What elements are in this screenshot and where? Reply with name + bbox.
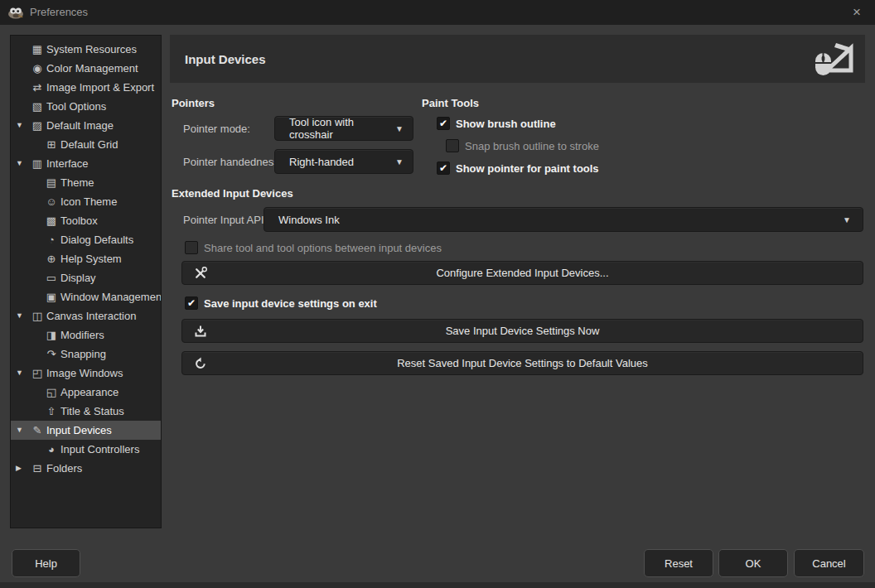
pointer-mode-dropdown[interactable]: Tool icon with crosshair ▼ bbox=[274, 116, 413, 141]
expander-down-icon[interactable]: ▼ bbox=[16, 154, 30, 173]
sidebar-item-label: Modifiers bbox=[59, 325, 104, 345]
sidebar-item-snapping[interactable]: ↷Snapping bbox=[11, 345, 161, 364]
reset-saved-input-device-settings-button[interactable]: Reset Saved Input Device Settings to Def… bbox=[181, 351, 863, 375]
sidebar-item-label: Title & Status bbox=[59, 402, 124, 421]
tool-options-icon: ▧ bbox=[30, 97, 45, 116]
sidebar-item-modifiers[interactable]: ◨Modifiers bbox=[11, 325, 161, 345]
window-bottom-edge bbox=[0, 582, 875, 588]
expander-right-icon[interactable]: ▶ bbox=[16, 459, 30, 478]
image-import-export-icon: ⇄ bbox=[30, 78, 45, 97]
ok-button[interactable]: OK bbox=[718, 549, 788, 577]
tools-icon bbox=[194, 267, 207, 280]
button-label: Save Input Device Settings Now bbox=[446, 325, 600, 337]
icon-theme-icon: ☺ bbox=[44, 192, 59, 211]
sidebar-item-display[interactable]: ▭Display bbox=[11, 268, 161, 287]
checkbox-icon[interactable]: ✔ bbox=[437, 117, 450, 130]
gimp-wilber-icon bbox=[7, 6, 24, 19]
color-management-icon: ◉ bbox=[30, 59, 45, 78]
input-devices-icon bbox=[814, 42, 853, 77]
sidebar-item-label: Color Management bbox=[45, 59, 138, 78]
checkbox-icon[interactable] bbox=[185, 241, 198, 254]
sidebar-item-icon-theme[interactable]: ☺Icon Theme bbox=[11, 192, 161, 211]
input-devices-icon: ✎ bbox=[30, 421, 45, 440]
sidebar-item-input-controllers[interactable]: ◕Input Controllers bbox=[11, 440, 161, 459]
reset-button[interactable]: Reset bbox=[644, 549, 713, 577]
checkbox-icon[interactable]: ✔ bbox=[185, 296, 198, 310]
chevron-down-icon: ▼ bbox=[843, 215, 863, 224]
checkbox-save-input-device-settings-on-exit[interactable]: ✔ Save input device settings on exit bbox=[185, 296, 377, 311]
snapping-icon: ↷ bbox=[44, 345, 59, 364]
checkbox-show-brush-outline[interactable]: ✔ Show brush outline bbox=[437, 116, 556, 131]
expander-down-icon[interactable]: ▼ bbox=[16, 306, 30, 325]
checkbox-show-pointer-for-paint-tools[interactable]: ✔ Show pointer for paint tools bbox=[437, 161, 599, 176]
sidebar-item-input-devices[interactable]: ▼✎Input Devices bbox=[11, 421, 161, 440]
sidebar-item-image-windows[interactable]: ▼◰Image Windows bbox=[11, 364, 161, 383]
pointer-input-api-dropdown[interactable]: Windows Ink ▼ bbox=[263, 207, 863, 232]
folders-icon: ⊟ bbox=[30, 459, 45, 478]
pointers-section-title: Pointers bbox=[172, 97, 215, 109]
sidebar-item-default-grid[interactable]: ⊞Default Grid bbox=[11, 135, 161, 154]
theme-icon: ▤ bbox=[44, 173, 59, 192]
checkbox-share-tool-options[interactable]: Share tool and tool options between inpu… bbox=[185, 240, 442, 255]
checkbox-label: Share tool and tool options between inpu… bbox=[198, 242, 442, 254]
button-label: Configure Extended Input Devices... bbox=[436, 267, 608, 279]
system-resources-icon: ▦ bbox=[30, 40, 45, 59]
sidebar-item-label: Tool Options bbox=[45, 97, 106, 116]
sidebar-item-toolbox[interactable]: ▩Toolbox bbox=[11, 211, 161, 230]
sidebar-item-folders[interactable]: ▶⊟Folders bbox=[11, 459, 161, 478]
cancel-button[interactable]: Cancel bbox=[794, 549, 864, 577]
expander-down-icon[interactable]: ▼ bbox=[16, 364, 30, 383]
sidebar-item-help-system[interactable]: ⊕Help System bbox=[11, 249, 161, 268]
configure-extended-input-devices-button[interactable]: Configure Extended Input Devices... bbox=[181, 261, 863, 285]
sidebar-item-dialog-defaults[interactable]: ◔Dialog Defaults bbox=[11, 230, 161, 249]
pointer-handedness-dropdown[interactable]: Right-handed ▼ bbox=[274, 149, 413, 174]
sidebar-item-appearance[interactable]: ◱Appearance bbox=[11, 383, 161, 402]
window-management-icon: ▣ bbox=[44, 287, 59, 306]
expander-down-icon[interactable]: ▼ bbox=[16, 116, 30, 135]
canvas-interaction-icon: ◫ bbox=[30, 306, 45, 325]
sidebar-item-default-image[interactable]: ▼▨Default Image bbox=[11, 116, 161, 135]
checkbox-snap-brush-outline-to-stroke[interactable]: Snap brush outline to stroke bbox=[446, 138, 599, 153]
pointer-mode-value: Tool icon with crosshair bbox=[275, 116, 395, 141]
default-image-icon: ▨ bbox=[30, 116, 45, 135]
toolbox-icon: ▩ bbox=[44, 211, 59, 230]
sidebar-item-system-resources[interactable]: ▦System Resources bbox=[11, 40, 161, 59]
sidebar-item-canvas-interaction[interactable]: ▼◫Canvas Interaction bbox=[11, 306, 161, 325]
save-input-device-settings-now-button[interactable]: Save Input Device Settings Now bbox=[181, 319, 863, 343]
sidebar-item-theme[interactable]: ▤Theme bbox=[11, 173, 161, 192]
sidebar-item-tool-options[interactable]: ▧Tool Options bbox=[11, 97, 161, 116]
close-button[interactable]: × bbox=[847, 3, 867, 22]
window-title: Preferences bbox=[30, 6, 88, 18]
checkbox-icon[interactable] bbox=[446, 139, 459, 152]
paint-tools-section-title: Paint Tools bbox=[422, 97, 479, 109]
sidebar-item-label: System Resources bbox=[45, 40, 137, 59]
title-status-icon: ⇧ bbox=[44, 402, 59, 421]
checkbox-label: Show pointer for paint tools bbox=[450, 162, 599, 175]
button-label: Reset Saved Input Device Settings to Def… bbox=[397, 357, 648, 369]
sidebar-item-label: Image Windows bbox=[45, 364, 123, 383]
sidebar-item-label: Help System bbox=[59, 249, 122, 268]
dialog-defaults-icon: ◔ bbox=[44, 230, 59, 249]
sidebar-item-window-management[interactable]: ▣Window Management bbox=[11, 287, 161, 306]
save-icon bbox=[194, 325, 207, 338]
sidebar-item-label: Interface bbox=[45, 154, 89, 173]
sidebar-item-interface[interactable]: ▼▥Interface bbox=[11, 154, 161, 173]
sidebar-item-label: Window Management bbox=[59, 287, 162, 306]
sidebar-item-label: Image Import & Export bbox=[45, 78, 154, 97]
checkbox-label: Show brush outline bbox=[450, 118, 556, 130]
sidebar-item-label: Theme bbox=[59, 173, 94, 192]
display-icon: ▭ bbox=[44, 268, 59, 287]
sidebar-item-color-management[interactable]: ◉Color Management bbox=[11, 59, 161, 78]
help-system-icon: ⊕ bbox=[44, 249, 59, 268]
reset-icon bbox=[194, 357, 207, 370]
page-title: Input Devices bbox=[185, 52, 266, 66]
sidebar-item-image-import-export[interactable]: ⇄Image Import & Export bbox=[11, 78, 161, 97]
sidebar-item-title-status[interactable]: ⇧Title & Status bbox=[11, 402, 161, 421]
sidebar-item-label: Icon Theme bbox=[59, 192, 117, 211]
checkbox-icon[interactable]: ✔ bbox=[437, 161, 450, 175]
expander-down-icon[interactable]: ▼ bbox=[16, 421, 30, 440]
image-windows-icon: ◰ bbox=[30, 364, 45, 383]
chevron-down-icon: ▼ bbox=[395, 124, 413, 133]
sidebar-item-label: Display bbox=[59, 268, 96, 287]
help-button[interactable]: Help bbox=[12, 549, 80, 577]
